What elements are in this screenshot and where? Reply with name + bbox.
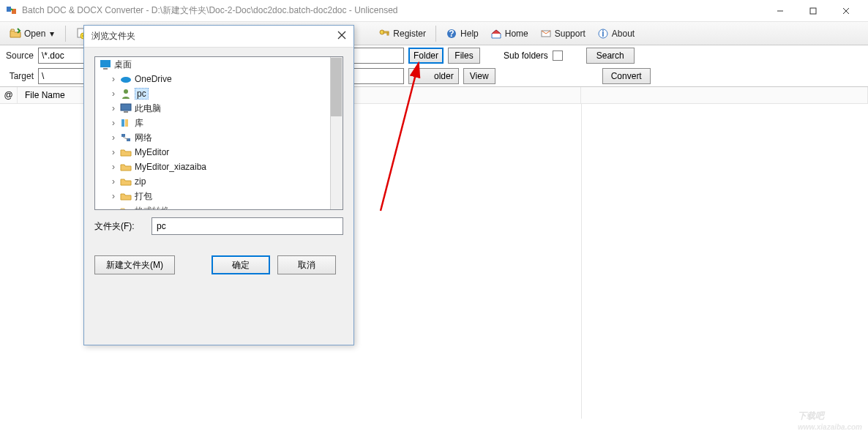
cancel-button[interactable]: 取消	[277, 255, 336, 274]
svg-rect-27	[125, 119, 128, 127]
watermark: 下载吧 www.xiazaiba.com	[798, 404, 862, 431]
separator	[65, 26, 66, 42]
separator	[435, 26, 436, 42]
tree-item-myeditor[interactable]: ›MyEditor	[95, 145, 343, 160]
dialog-title: 浏览文件夹	[91, 30, 337, 42]
tree-item-network[interactable]: ›网络	[95, 130, 343, 145]
tree-item-geshizhuanhuan[interactable]: ›格式转换	[95, 203, 343, 210]
folder-tree[interactable]: 桌面 ›OneDrive ›pc ›此电脑 ›库 ›网络 ›MyEditor ›…	[94, 56, 343, 210]
about-button[interactable]: i About	[592, 25, 640, 42]
subfolders-label: Sub folders	[504, 50, 548, 61]
key-icon	[378, 28, 390, 40]
open-dropdown-icon[interactable]: ▾	[48, 29, 56, 39]
home-button[interactable]: Home	[485, 25, 534, 42]
dialog-titlebar: 浏览文件夹	[84, 26, 353, 48]
tree-item-myeditor-xiazaiba[interactable]: ›MyEditor_xiazaiba	[95, 160, 343, 174]
folder-name-row: 文件夹(F):	[94, 217, 343, 235]
svg-rect-25	[124, 111, 128, 113]
window-buttons	[763, 0, 862, 22]
folder-icon	[120, 190, 132, 202]
maximize-button[interactable]	[796, 0, 829, 22]
svg-rect-21	[103, 68, 108, 70]
support-button[interactable]: Support	[535, 25, 591, 42]
about-label: About	[612, 29, 635, 39]
source-label: Source	[4, 50, 34, 61]
home-icon	[490, 28, 502, 40]
new-folder-button[interactable]: 新建文件夹(M)	[94, 255, 175, 274]
monitor-icon	[120, 102, 132, 114]
register-button[interactable]: Register	[373, 25, 431, 42]
folder-open-icon	[10, 28, 21, 40]
cloud-icon	[120, 73, 132, 85]
svg-text:i: i	[602, 29, 604, 39]
dialog-close-button[interactable]	[337, 31, 346, 42]
svg-rect-28	[121, 134, 125, 137]
tree-item-thispc[interactable]: ›此电脑	[95, 101, 343, 116]
search-button[interactable]: Search	[586, 48, 635, 64]
tree-item-libraries[interactable]: ›库	[95, 116, 343, 130]
svg-point-22	[121, 77, 131, 83]
support-icon	[540, 28, 552, 40]
window-title: Batch DOC & DOCX Converter - D:\新建文件夹\Do…	[22, 4, 763, 17]
convert-button[interactable]: Convert	[602, 68, 651, 84]
svg-rect-26	[121, 119, 124, 127]
folder-icon	[120, 176, 132, 187]
dialog-buttons: 新建文件夹(M) 确定 取消	[94, 255, 343, 274]
register-label: Register	[393, 29, 426, 39]
tree-scrollbar[interactable]	[330, 57, 343, 209]
home-label: Home	[505, 29, 528, 39]
svg-rect-3	[810, 8, 816, 14]
list-divider	[581, 104, 582, 419]
target-label: Target	[4, 71, 34, 81]
ok-button[interactable]: 确定	[212, 255, 270, 274]
svg-rect-0	[7, 7, 11, 12]
close-button[interactable]	[829, 0, 862, 22]
tree-root[interactable]: 桌面	[95, 57, 343, 72]
svg-rect-20	[100, 60, 111, 67]
files-button[interactable]: Files	[448, 48, 480, 64]
svg-rect-24	[121, 104, 131, 111]
network-icon	[120, 132, 132, 143]
folder-name-input[interactable]	[151, 217, 343, 235]
tree-item-pc[interactable]: ›pc	[95, 86, 343, 101]
folder-icon	[120, 161, 132, 173]
support-label: Support	[555, 29, 585, 39]
view-button[interactable]: View	[463, 68, 495, 84]
subfolders-checkbox[interactable]	[553, 50, 563, 61]
app-icon	[6, 5, 18, 17]
folder-button[interactable]: Folder	[408, 48, 444, 64]
col-at[interactable]: @	[0, 87, 18, 103]
svg-point-23	[124, 89, 128, 94]
minimize-button[interactable]	[763, 0, 796, 22]
col-rest[interactable]	[581, 87, 868, 103]
open-button[interactable]: Open ▾	[4, 25, 61, 42]
user-icon	[120, 88, 132, 100]
tree-item-dabao[interactable]: ›打包	[95, 189, 343, 203]
scrollbar-thumb[interactable]	[331, 58, 342, 116]
desktop-icon	[100, 59, 111, 70]
tree-item-zip[interactable]: ›zip	[95, 174, 343, 189]
help-label: Help	[460, 29, 479, 39]
folder-icon	[120, 146, 132, 158]
help-button[interactable]: ? Help	[441, 25, 484, 42]
libraries-icon	[120, 117, 132, 129]
svg-text:?: ?	[449, 29, 454, 39]
svg-rect-12	[387, 33, 389, 35]
open-label: Open	[24, 29, 45, 39]
info-icon: i	[597, 28, 609, 40]
svg-rect-29	[127, 138, 130, 141]
tree-item-onedrive[interactable]: ›OneDrive	[95, 72, 343, 86]
folder-name-label: 文件夹(F):	[94, 220, 143, 233]
folder-icon	[120, 205, 132, 210]
target-folder-button[interactable]: Folderolder	[408, 68, 459, 84]
browse-folder-dialog: 浏览文件夹 桌面 ›OneDrive ›pc ›此电脑 ›库 ›网络 ›MyEd…	[83, 25, 354, 345]
help-icon: ?	[446, 28, 457, 40]
titlebar: Batch DOC & DOCX Converter - D:\新建文件夹\Do…	[0, 0, 868, 22]
